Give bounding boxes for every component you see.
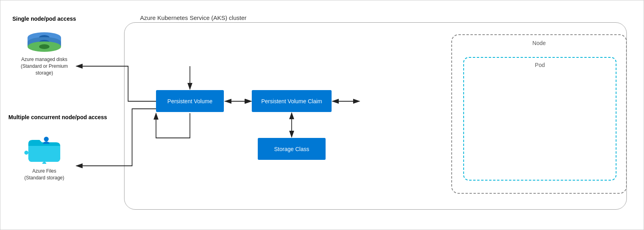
pod-label: Pod	[535, 62, 545, 68]
azure-files-icon-container: Azure Files (Standard storage)	[18, 132, 70, 181]
azure-files-icon	[24, 132, 64, 164]
managed-disk-icon	[26, 32, 62, 53]
single-node-title: Single node/pod access	[12, 16, 76, 22]
azure-files-label: Azure Files (Standard storage)	[18, 168, 70, 181]
multiple-node-section: Multiple concurrent node/pod access	[8, 114, 116, 124]
node-label: Node	[532, 40, 545, 46]
node-box: Node Pod	[451, 34, 627, 194]
main-diagram: Azure Kubernetes Service (AKS) cluster S…	[0, 0, 644, 230]
persistent-volume-box: Persistent Volume	[156, 90, 224, 112]
managed-disk-label: Azure managed disks (Standard or Premium…	[20, 56, 68, 76]
svg-point-7	[39, 44, 49, 49]
managed-disk-icon-container: Azure managed disks (Standard or Premium…	[20, 32, 68, 76]
storage-class-box: Storage Class	[258, 138, 326, 160]
pod-box: Pod	[463, 57, 616, 181]
svg-point-12	[44, 137, 49, 142]
single-node-section: Single node/pod access	[12, 16, 76, 25]
persistent-volume-claim-box: Persistent Volume Claim	[252, 90, 332, 112]
multiple-node-title: Multiple concurrent node/pod access	[8, 114, 116, 120]
aks-cluster-label: Azure Kubernetes Service (AKS) cluster	[124, 14, 247, 21]
